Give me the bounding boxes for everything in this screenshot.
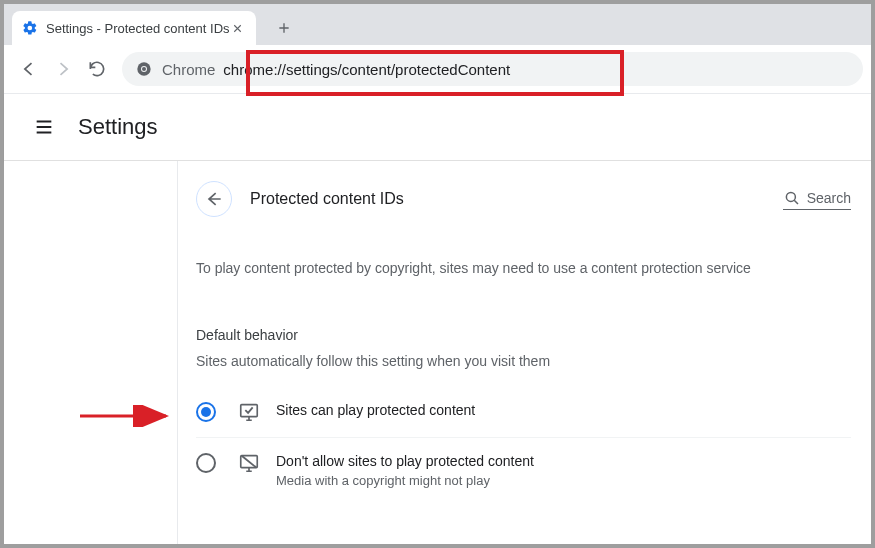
- browser-toolbar: Chrome chrome://settings/content/protect…: [4, 45, 871, 94]
- forward-button[interactable]: [46, 52, 80, 86]
- main-panel: Protected content IDs Search To play con…: [178, 161, 871, 544]
- gear-icon: [22, 20, 38, 36]
- option-block-sublabel: Media with a copyright might not play: [276, 473, 534, 488]
- option-allow-label: Sites can play protected content: [276, 401, 475, 421]
- option-block[interactable]: Don't allow sites to play protected cont…: [196, 438, 851, 503]
- section-title: Default behavior: [196, 327, 851, 343]
- radio-block[interactable]: [196, 453, 216, 473]
- browser-window: Settings - Protected content IDs Chrome …: [4, 4, 871, 544]
- content-area: Protected content IDs Search To play con…: [4, 161, 871, 544]
- screen-blocked-icon: [238, 452, 260, 474]
- search-placeholder: Search: [807, 190, 851, 206]
- reload-button[interactable]: [80, 52, 114, 86]
- tab-strip: Settings - Protected content IDs: [4, 4, 871, 45]
- back-button[interactable]: [12, 52, 46, 86]
- search-input[interactable]: Search: [783, 189, 851, 210]
- screen-check-icon: [238, 401, 260, 423]
- browser-tab[interactable]: Settings - Protected content IDs: [12, 11, 256, 45]
- option-block-label: Don't allow sites to play protected cont…: [276, 452, 534, 472]
- chrome-icon: [136, 61, 152, 77]
- page-description: To play content protected by copyright, …: [196, 259, 851, 279]
- svg-point-3: [786, 192, 795, 201]
- option-allow[interactable]: Sites can play protected content: [196, 387, 851, 438]
- app-title: Settings: [78, 114, 158, 140]
- section-subtitle: Sites automatically follow this setting …: [196, 353, 851, 369]
- page-header: Protected content IDs Search: [196, 179, 851, 219]
- new-tab-button[interactable]: [270, 14, 298, 42]
- radio-allow[interactable]: [196, 402, 216, 422]
- omnibox-url: chrome://settings/content/protectedConte…: [223, 61, 510, 78]
- menu-button[interactable]: [24, 107, 64, 147]
- page-back-button[interactable]: [196, 181, 232, 217]
- page-title: Protected content IDs: [250, 190, 404, 208]
- left-nav-spacer: [4, 161, 178, 544]
- app-header: Settings: [4, 94, 871, 161]
- omnibox[interactable]: Chrome chrome://settings/content/protect…: [122, 52, 863, 86]
- search-icon: [783, 189, 801, 207]
- omnibox-prefix: Chrome: [162, 61, 215, 78]
- close-icon[interactable]: [230, 20, 246, 36]
- svg-point-2: [142, 67, 146, 71]
- tab-title: Settings - Protected content IDs: [46, 21, 230, 36]
